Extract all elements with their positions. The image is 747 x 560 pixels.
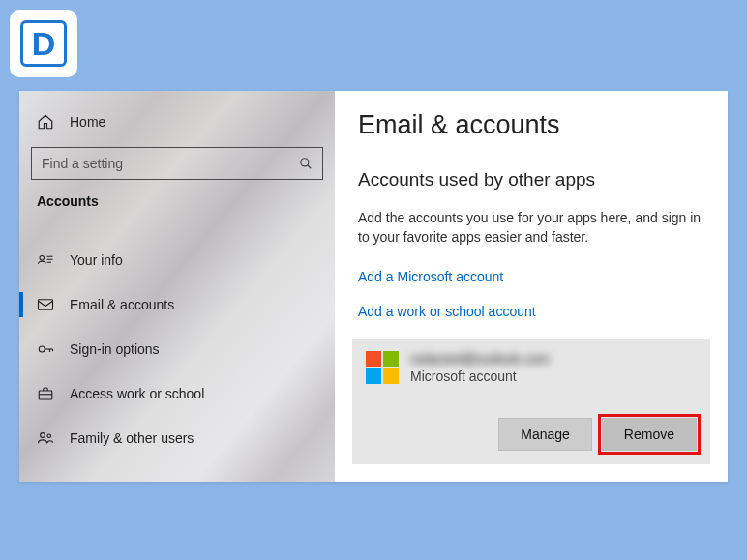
- sidebar-item-label: Your info: [70, 252, 123, 268]
- add-work-school-account-link[interactable]: Add a work or school account: [358, 304, 704, 319]
- settings-window: Home Accounts Your info Email & accounts: [19, 91, 728, 482]
- sidebar-item-work-school[interactable]: Access work or school: [19, 371, 335, 416]
- key-icon: [37, 340, 54, 358]
- mail-icon: [37, 296, 54, 313]
- svg-line-1: [308, 165, 312, 169]
- sidebar-item-label: Sign-in options: [70, 341, 160, 357]
- add-microsoft-account-link[interactable]: Add a Microsoft account: [358, 269, 704, 284]
- home-icon: [37, 113, 54, 131]
- search-field[interactable]: [31, 147, 323, 180]
- remove-button[interactable]: Remove: [602, 418, 697, 451]
- svg-point-0: [301, 159, 309, 166]
- svg-point-2: [40, 256, 45, 261]
- svg-rect-11: [39, 391, 52, 399]
- account-type: Microsoft account: [410, 368, 550, 385]
- svg-point-14: [47, 434, 51, 438]
- main-panel: Email & accounts Accounts used by other …: [335, 91, 728, 482]
- app-logo: D: [10, 10, 77, 77]
- sidebar-item-label: Access work or school: [70, 386, 204, 401]
- sidebar-item-signin-options[interactable]: Sign-in options: [19, 327, 335, 371]
- nav-home[interactable]: Home: [19, 103, 335, 141]
- account-email: redacted@outlook.com: [410, 350, 550, 368]
- sidebar-item-label: Email & accounts: [70, 297, 174, 312]
- microsoft-logo-icon: [366, 351, 399, 384]
- account-summary: redacted@outlook.com Microsoft account: [366, 350, 697, 385]
- search-input[interactable]: [42, 156, 299, 171]
- sidebar-item-email-accounts[interactable]: Email & accounts: [19, 282, 335, 327]
- search-icon: [299, 157, 313, 170]
- svg-rect-6: [39, 300, 53, 310]
- page-title: Email & accounts: [358, 110, 704, 140]
- sidebar-item-label: Family & other users: [70, 430, 194, 446]
- sidebar-item-family-users[interactable]: Family & other users: [19, 416, 335, 460]
- account-card[interactable]: redacted@outlook.com Microsoft account M…: [352, 339, 710, 464]
- svg-point-13: [41, 433, 45, 438]
- person-card-icon: [37, 251, 54, 269]
- svg-point-7: [39, 346, 45, 352]
- nav-home-label: Home: [70, 114, 105, 130]
- logo-letter: D: [20, 20, 67, 67]
- manage-button[interactable]: Manage: [498, 418, 592, 451]
- sidebar-section-label: Accounts: [19, 193, 335, 209]
- section-description: Add the accounts you use for your apps h…: [358, 208, 704, 248]
- account-text-block: redacted@outlook.com Microsoft account: [410, 350, 550, 385]
- settings-sidebar: Home Accounts Your info Email & accounts: [19, 91, 335, 482]
- sidebar-item-your-info[interactable]: Your info: [19, 238, 335, 282]
- briefcase-icon: [37, 385, 54, 402]
- account-button-row: Manage Remove: [366, 418, 697, 451]
- section-subtitle: Accounts used by other apps: [358, 169, 704, 191]
- people-icon: [37, 429, 54, 447]
